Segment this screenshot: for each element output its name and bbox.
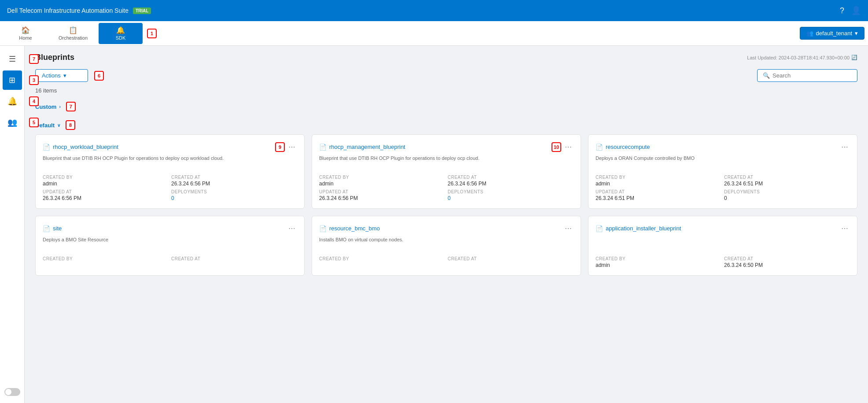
sidebar-item-blueprints-list[interactable]: ☰ [3,49,22,69]
meta-created-by-1: CREATED BY admin [43,175,169,187]
refresh-icon[interactable]: 🔄 [851,55,857,60]
group-default[interactable]: Default ∨ 8 [35,118,857,133]
app-title: Dell Telecom Infrastructure Automation S… [7,7,129,14]
toolbar-left: Actions ▾ 6 [35,69,104,82]
card-name-2: rhocp_management_blueprint [329,144,405,150]
annotation-9: 9 [275,142,285,152]
card-header-5: 📄 resource_bmc_bmo ⋯ [319,223,574,233]
search-icon: 🔍 [763,72,770,79]
annotation-7: 7 [66,102,76,111]
theme-toggle[interactable] [4,388,20,396]
tab-sdk-label: SDK [116,35,126,41]
annotation-3: 3 [29,75,39,85]
card-meta-6: CREATED BY admin CREATED AT 26.3.24 6:50… [596,256,850,268]
default-chevron: ∨ [57,123,60,128]
blueprint-icon-6: 📄 [596,225,603,232]
blueprint-icon-1: 📄 [43,144,50,151]
sdk-icon: 🔔 [116,26,125,34]
search-wrap[interactable]: 🔍 [757,69,857,82]
search-input[interactable] [772,72,852,79]
annotation-2: 7 [29,54,39,64]
toolbar: Actions ▾ 6 🔍 [35,69,857,82]
card-menu-button-2[interactable]: ⋯ [563,142,574,152]
card-header-3: 📄 resourcecompute ⋯ [596,142,850,152]
blueprint-icon-4: 📄 [43,225,50,232]
card-title-5: 📄 resource_bmc_bmo [319,225,380,232]
card-name-1: rhocp_workload_blueprint [53,144,118,150]
meta-deployments-2: DEPLOYMENTS 0 [448,189,574,201]
users-icon: 👥 [7,118,17,127]
card-header-6: 📄 application_installer_blueprint ⋯ [596,223,850,233]
meta-created-by-3: CREATED BY admin [596,175,721,187]
card-desc-3: Deploys a ORAN Compute controlled by BMO [596,155,850,170]
card-title-1: 📄 rhocp_workload_blueprint [43,144,118,151]
actions-chevron: ▾ [63,72,66,79]
card-menu-button-4[interactable]: ⋯ [287,223,297,233]
home-icon: 🏠 [21,26,30,34]
card-name-4: site [53,225,62,232]
tenant-area: 👥 default_tenant ▾ [800,27,864,40]
annotation-6: 6 [94,71,104,81]
tab-orchestration[interactable]: 📋 Orchestration [49,23,97,44]
meta-updated-at-1: UPDATED AT 26.3.24 6:56 PM [43,189,169,201]
card-site: 📄 site ⋯ Deploys a BMO Site Resource CRE… [35,216,305,276]
meta-created-at-4: CREATED AT [171,256,297,262]
sidebar-item-3-wrap: 🔔 4 [3,92,22,111]
card-desc-2: Blueprint that use DTIB RH OCP Plugin fo… [319,155,574,170]
card-name-3: resourcecompute [606,144,650,150]
nav-tabs: 🏠 Home 📋 Orchestration 🔔 SDK 1 👥 default… [0,21,868,46]
bell-icon: 🔔 [7,96,17,106]
blueprint-icon-2: 📄 [319,144,327,151]
card-menu-button-5[interactable]: ⋯ [563,223,574,233]
card-meta-5: CREATED BY CREATED AT [319,256,574,262]
tab-orchestration-label: Orchestration [59,35,88,41]
meta-deployments-3: DEPLOYMENTS 0 [724,189,850,201]
card-title-2: 📄 rhocp_management_blueprint [319,144,405,151]
items-count: 16 items [35,87,857,94]
actions-button[interactable]: Actions ▾ [35,69,88,82]
sidebar-item-1-wrap: ☰ 7 [3,49,22,69]
card-rhocp-management: 📄 rhocp_management_blueprint 10 ⋯ Bluepr… [312,134,581,209]
card-header-2: 📄 rhocp_management_blueprint 10 ⋯ [319,142,574,152]
annotation-4: 4 [29,96,39,106]
trial-badge: TRIAL [133,7,151,14]
meta-created-by-5: CREATED BY [319,256,445,262]
help-icon[interactable]: ? [840,6,844,15]
sidebar-item-blueprints-grid[interactable]: ⊞ [3,70,22,90]
sidebar-item-users[interactable]: 👥 [3,113,22,132]
card-application-installer: 📄 application_installer_blueprint ⋯ CREA… [588,216,857,276]
meta-updated-at-2: UPDATED AT 26.3.24 6:56 PM [319,189,445,201]
meta-updated-at-3: UPDATED AT 26.3.24 6:51 PM [596,189,721,201]
topbar: Dell Telecom Infrastructure Automation S… [0,0,868,21]
card-menu-wrap-2: 10 ⋯ [549,142,574,152]
meta-deployments-1: DEPLOYMENTS 0 [171,189,297,201]
toolbar-right: 🔍 [757,69,857,82]
content-header: Blueprints Last Updated: 2024-03-28T18:4… [35,53,857,62]
meta-created-at-5: CREATED AT [448,256,574,262]
card-menu-button-6[interactable]: ⋯ [839,223,850,233]
meta-created-at-1: CREATED AT 26.3.24 6:56 PM [171,175,297,187]
sidebar-item-alerts[interactable]: 🔔 [3,92,22,111]
grid-icon: ⊞ [9,75,15,85]
blueprint-icon-5: 📄 [319,225,327,232]
content-area: Blueprints Last Updated: 2024-03-28T18:4… [25,46,868,403]
sidebar-item-2-wrap: ⊞ 3 [3,70,22,90]
group-custom[interactable]: Custom › 7 [35,99,857,114]
annotation-8: 8 [66,120,75,130]
card-meta-2: CREATED BY admin CREATED AT 26.3.24 6:56… [319,175,574,201]
tab-home[interactable]: 🏠 Home [4,23,48,44]
annotation-10: 10 [552,142,561,152]
card-meta-1: CREATED BY admin CREATED AT 26.3.24 6:56… [43,175,297,201]
meta-created-at-6: CREATED AT 26.3.24 6:50 PM [724,256,850,268]
tenant-button[interactable]: 👥 default_tenant ▾ [800,27,864,40]
card-menu-button-3[interactable]: ⋯ [839,142,850,152]
custom-chevron: › [59,104,60,109]
card-menu-button-1[interactable]: ⋯ [287,142,297,152]
page-title: Blueprints [35,53,74,62]
meta-created-at-2: CREATED AT 26.3.24 6:56 PM [448,175,574,187]
annotation-5: 5 [29,118,39,127]
tab-sdk[interactable]: 🔔 SDK [99,23,143,44]
user-icon[interactable]: 👤 [851,6,861,15]
sidebar: ☰ 7 ⊞ 3 🔔 4 👥 5 [0,46,25,403]
card-title-4: 📄 site [43,225,62,232]
